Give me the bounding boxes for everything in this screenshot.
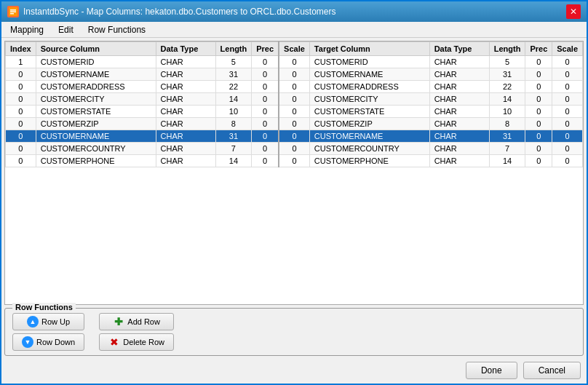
table-row[interactable]: 0CUSTOMERZIPCHAR800CUSTOMERZIPCHAR800 xyxy=(6,118,583,130)
header-target-dtype: Data Type xyxy=(429,42,489,56)
svg-rect-2 xyxy=(10,12,16,13)
header-source-column: Source Column xyxy=(36,42,156,56)
row-up-icon: ▲ xyxy=(27,316,39,328)
btn-col-left: ▲ Row Up ▼ Row Down xyxy=(12,313,84,351)
add-row-button[interactable]: ✚ Add Row xyxy=(99,313,174,330)
table-row[interactable]: 0CUSTOMERNAMECHAR3100CUSTOMERNAMECHAR310… xyxy=(6,130,583,143)
mapping-table: Index Source Column Data Type Length Pre… xyxy=(5,41,583,167)
window-title: InstantdbSync - Map Columns: hekaton.dbo… xyxy=(23,7,336,17)
title-bar-left: InstantdbSync - Map Columns: hekaton.dbo… xyxy=(7,6,336,17)
app-icon xyxy=(7,6,19,17)
menu-bar: Mapping Edit Row Functions xyxy=(1,22,587,38)
table-row[interactable]: 0CUSTOMERADDRESSCHAR2200CUSTOMERADDRESSC… xyxy=(6,81,583,93)
bottom-bar: Done Cancel xyxy=(4,359,584,381)
btn-col-right: ✚ Add Row ✖ Delete Row xyxy=(99,313,174,351)
header-index: Index xyxy=(6,42,36,56)
svg-rect-1 xyxy=(10,9,16,11)
close-button[interactable]: ✕ xyxy=(566,4,581,19)
header-source-length: Length xyxy=(215,42,252,56)
row-up-button[interactable]: ▲ Row Up xyxy=(12,313,84,330)
main-window: InstantdbSync - Map Columns: hekaton.dbo… xyxy=(0,0,588,385)
table-row[interactable]: 0CUSTOMERCOUNTRYCHAR700CUSTOMERCOUNTRYCH… xyxy=(6,143,583,155)
row-functions-legend: Row Functions xyxy=(12,303,76,311)
main-content: Index Source Column Data Type Length Pre… xyxy=(1,38,587,384)
add-row-icon: ✚ xyxy=(113,316,124,328)
delete-row-button[interactable]: ✖ Delete Row xyxy=(99,333,174,351)
header-source-prec: Prec xyxy=(252,42,279,56)
table-row[interactable]: 0CUSTOMERSTATECHAR1000CUSTOMERSTATECHAR1… xyxy=(6,106,583,118)
table-header-row: Index Source Column Data Type Length Pre… xyxy=(6,42,583,56)
header-source-scale: Scale xyxy=(279,42,309,56)
table-row[interactable]: 0CUSTOMERCITYCHAR1400CUSTOMERCITYCHAR140… xyxy=(6,93,583,106)
row-down-icon: ▼ xyxy=(22,336,33,348)
done-button[interactable]: Done xyxy=(466,362,517,379)
menu-mapping[interactable]: Mapping xyxy=(4,23,49,36)
delete-row-icon: ✖ xyxy=(108,336,120,348)
btn-row-container: ▲ Row Up ▼ Row Down ✚ Add Row ✖ xyxy=(12,313,576,351)
row-down-button[interactable]: ▼ Row Down xyxy=(12,333,84,351)
mapping-table-container: Index Source Column Data Type Length Pre… xyxy=(4,41,584,305)
header-source-dtype: Data Type xyxy=(156,42,215,56)
table-row[interactable]: 0CUSTOMERNAMECHAR3100CUSTOMERNAMECHAR310… xyxy=(6,68,583,81)
header-target-length: Length xyxy=(489,42,525,56)
cancel-button[interactable]: Cancel xyxy=(523,362,581,379)
table-row[interactable]: 0CUSTOMERPHONECHAR1400CUSTOMERPHONECHAR1… xyxy=(6,155,583,167)
row-functions-panel: Row Functions ▲ Row Up ▼ Row Down ✚ Add xyxy=(4,308,584,356)
header-target-prec: Prec xyxy=(525,42,552,56)
header-target-column: Target Column xyxy=(309,42,429,56)
table-row[interactable]: 1CUSTOMERIDCHAR500CUSTOMERIDCHAR500 xyxy=(6,56,583,68)
header-target-scale: Scale xyxy=(552,42,583,56)
menu-row-functions[interactable]: Row Functions xyxy=(82,23,151,36)
title-bar: InstantdbSync - Map Columns: hekaton.dbo… xyxy=(1,1,587,22)
menu-edit[interactable]: Edit xyxy=(52,23,79,36)
svg-rect-3 xyxy=(10,13,14,15)
